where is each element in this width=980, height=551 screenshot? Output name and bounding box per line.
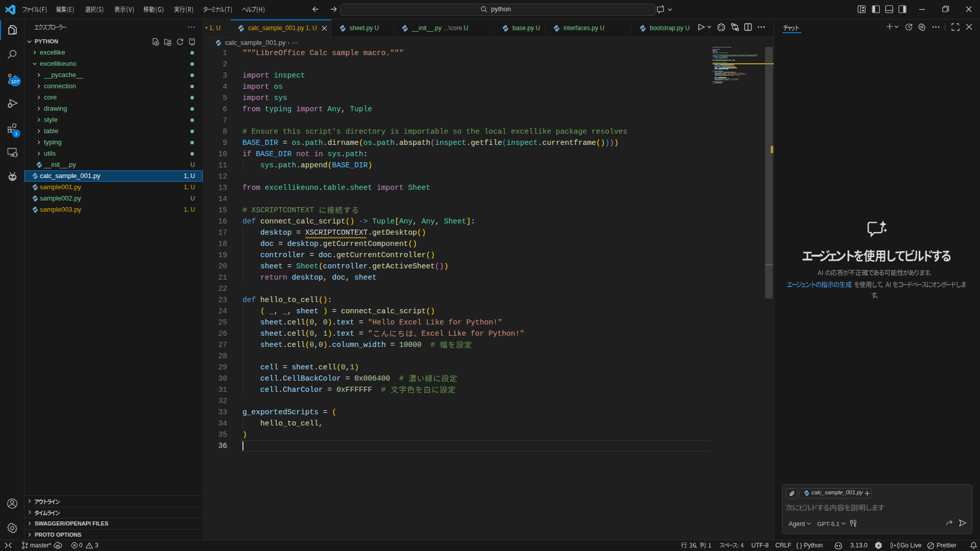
svg-text:4: 4 <box>877 543 880 548</box>
